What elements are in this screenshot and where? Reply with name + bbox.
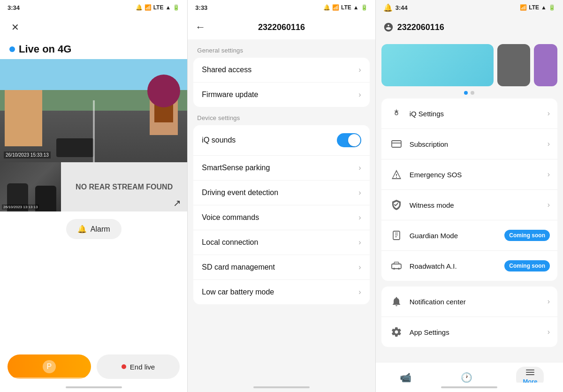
shared-access-item[interactable]: Shared access › xyxy=(193,58,369,83)
history-nav-icon: 🕐 xyxy=(461,372,472,383)
voice-commands-item[interactable]: Voice commands › xyxy=(193,205,369,230)
chevron-notif: › xyxy=(548,297,550,306)
home-bar xyxy=(66,386,122,388)
more-line-1 xyxy=(526,369,534,370)
home-indicator-2 xyxy=(188,383,375,392)
live-label: Live on 4G xyxy=(19,43,71,55)
back-button[interactable]: ← xyxy=(195,21,205,33)
hero-image-2 xyxy=(497,44,530,86)
local-connection-item[interactable]: Local connection › xyxy=(193,230,369,255)
chevron-icon-7: › xyxy=(358,263,361,271)
wifi-icon-3: 📶 xyxy=(520,4,527,11)
shared-access-text: Shared access xyxy=(202,66,358,74)
home-bar-3 xyxy=(441,386,497,388)
roadwatch-coming-soon-badge: Coming soon xyxy=(504,260,550,271)
top-bar-1: ✕ xyxy=(0,15,187,39)
chevron-witness: › xyxy=(548,201,550,209)
notification-center-item[interactable]: Notification center › xyxy=(381,286,557,317)
dot-1 xyxy=(464,91,468,95)
settings-title: 2322060116 xyxy=(211,23,351,32)
signal-3: ▲ xyxy=(541,4,547,11)
guardian-mode-item[interactable]: Guardian Mode Coming soon xyxy=(381,220,557,251)
driving-event-item[interactable]: Driving event detection › xyxy=(193,181,369,205)
top-nav-3: 2322060116 xyxy=(376,15,563,39)
device-menu-scroll[interactable]: iQ Settings › Subscription › Emergency S… xyxy=(376,98,563,392)
subscription-text: Subscription xyxy=(410,140,542,148)
sd-card-text: SD card management xyxy=(202,263,358,271)
smartsense-text: SmartSense parking xyxy=(202,164,358,172)
expand-button[interactable]: ↗ xyxy=(170,196,183,210)
smartsense-item[interactable]: SmartSense parking › xyxy=(193,156,369,181)
status-bar-2: 3:33 🔔 📶 LTE ▲ 🔋 xyxy=(188,0,375,15)
home-bar-2 xyxy=(253,386,310,388)
device-title: 2322060116 xyxy=(397,23,444,32)
network-2: LTE xyxy=(341,4,351,11)
live-indicator: Live on 4G xyxy=(0,39,187,59)
guardian-mode-text: Guardian Mode xyxy=(410,232,499,240)
bell-icon: 🔔 xyxy=(77,225,87,234)
chevron-iq: › xyxy=(548,109,550,118)
status-icons-1: 🔔 📶 LTE ▲ 🔋 xyxy=(136,4,180,11)
road-line xyxy=(93,100,95,162)
previous-button[interactable]: P xyxy=(8,354,91,379)
chevron-sub: › xyxy=(548,140,550,148)
rear-timestamp: 26/10/2023 13:13:13 xyxy=(2,204,39,210)
low-battery-item[interactable]: Low car battery mode › xyxy=(193,280,369,304)
local-connection-text: Local connection xyxy=(202,238,358,247)
end-live-button[interactable]: End live xyxy=(97,354,180,379)
building-left xyxy=(5,90,42,146)
progress-line xyxy=(8,377,91,379)
emergency-sos-text: Emergency SOS xyxy=(410,171,542,179)
sd-card-item[interactable]: SD card management › xyxy=(193,255,369,280)
notification-center-text: Notification center xyxy=(410,298,542,306)
toggle-knob xyxy=(348,134,360,146)
iq-sounds-toggle[interactable] xyxy=(337,133,361,147)
iq-settings-item[interactable]: iQ Settings › xyxy=(381,98,557,129)
status-icons-2: 🔔 📶 LTE ▲ 🔋 xyxy=(323,4,368,11)
iq-settings-icon xyxy=(389,106,404,121)
dot-2 xyxy=(471,91,474,95)
chevron-sos: › xyxy=(548,170,550,179)
svg-point-6 xyxy=(398,268,400,270)
status-bar-3: 🔔 3:44 📶 LTE ▲ 🔋 xyxy=(376,0,563,15)
witness-mode-item[interactable]: Witness mode › xyxy=(381,190,557,220)
emergency-sos-item[interactable]: Emergency SOS › xyxy=(381,159,557,190)
bottom-bar: P End live xyxy=(0,351,187,383)
hero-image-1 xyxy=(381,44,494,86)
network-3: LTE xyxy=(529,4,539,11)
road-scene xyxy=(0,59,187,162)
time-1: 3:34 xyxy=(8,4,20,11)
device-menu-panel: 🔔 3:44 📶 LTE ▲ 🔋 2322060116 xyxy=(376,0,563,392)
firmware-update-item[interactable]: Firmware update › xyxy=(193,83,369,107)
controls-row: 🔔 Alarm xyxy=(0,211,187,247)
alarm-button[interactable]: 🔔 Alarm xyxy=(66,219,122,239)
notif-icon-2: 🔔 xyxy=(323,4,330,11)
svg-rect-4 xyxy=(392,264,401,269)
no-rear-stream-text: NO REAR STREAM FOUND xyxy=(61,183,187,191)
title-with-icon: 🔔 3:44 xyxy=(383,3,408,12)
more-line-3 xyxy=(526,374,534,375)
svg-rect-1 xyxy=(392,141,401,147)
live-dot xyxy=(9,46,15,52)
device-settings-card: iQ sounds SmartSense parking › Driving e… xyxy=(193,125,369,304)
close-button[interactable]: ✕ xyxy=(8,20,23,35)
driving-event-text: Driving event detection xyxy=(202,188,358,197)
signal-2: ▲ xyxy=(353,4,359,11)
app-settings-item[interactable]: App Settings › xyxy=(381,317,557,347)
front-camera-feed: 26/10/2023 15:33:13 xyxy=(0,59,187,162)
status-bar-1: 3:34 🔔 📶 LTE ▲ 🔋 xyxy=(0,0,187,15)
iq-sounds-item[interactable]: iQ sounds xyxy=(193,125,369,156)
home-indicator-3 xyxy=(376,383,563,392)
battery-3: 🔋 xyxy=(548,4,555,11)
battery-icon-1: 🔋 xyxy=(173,4,180,11)
network-label-1: LTE xyxy=(153,4,164,11)
settings-scroll[interactable]: General settings Shared access › Firmwar… xyxy=(188,39,375,383)
chevron-icon-8: › xyxy=(358,288,361,296)
roadwatch-ai-item[interactable]: Roadwatch A.I. Coming soon xyxy=(381,251,557,281)
battery-2: 🔋 xyxy=(361,4,368,11)
camera-nav-icon: 📹 xyxy=(400,372,411,383)
time-3: 3:44 xyxy=(396,4,408,11)
front-timestamp: 26/10/2023 15:33:13 xyxy=(4,151,51,158)
roadwatch-ai-text: Roadwatch A.I. xyxy=(410,262,499,270)
subscription-item[interactable]: Subscription › xyxy=(381,129,557,159)
